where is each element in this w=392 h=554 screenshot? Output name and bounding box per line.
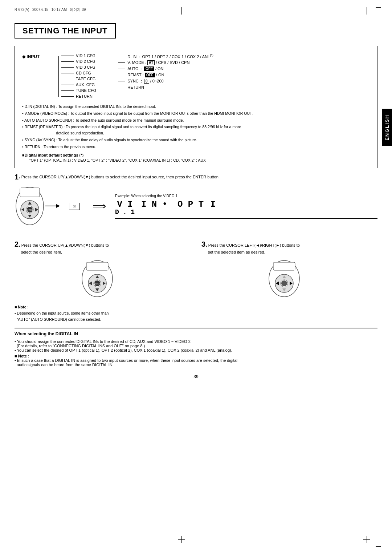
model-number: R-672(A) — [15, 8, 29, 12]
left-item-vid2: VID 2 CFG — [58, 59, 96, 64]
header-date: 2007.6.15 — [32, 8, 49, 12]
step1-arrow: ⟹ — [93, 201, 106, 212]
page-number-text: 39 — [193, 374, 198, 379]
diagram-notes: • D.IN (DIGITAL IN) : To assign the conn… — [22, 104, 370, 150]
vmode-at-highlight: AT — [147, 60, 155, 65]
step2-remote-container: ENTER — [15, 259, 191, 299]
svg-marker-11 — [56, 204, 60, 208]
sync-0-highlight: 0 — [144, 79, 149, 84]
note-sync: • SYNC (AV SYNC) : To adjust the time de… — [22, 137, 370, 143]
step3-number: 3 — [201, 240, 205, 248]
corner-mark-br — [376, 541, 381, 547]
note-bottom-item-1: • Depending on the input source, some it… — [15, 310, 377, 316]
h-line — [118, 87, 125, 87]
crosshair-bottom — [178, 536, 185, 543]
crosshair-bottom-right — [363, 536, 370, 543]
default-settings-text: "OPT 1" (OPTICAL IN 1) : VIDEO 1, "OPT 2… — [22, 158, 370, 162]
right-item-sync: SYNC : 0 / 0~200 — [118, 79, 213, 84]
step1-lcd-display: Example: When selecting the VIDEO 1 V I … — [115, 194, 377, 219]
left-item-vid1: VID 1 CFG — [58, 53, 96, 58]
step1-display-label: Example: When selecting the VIDEO 1 — [115, 194, 377, 198]
left-item-return: RETURN — [58, 94, 96, 98]
svg-point-30 — [281, 280, 287, 286]
digital-in-item-1: • You should assign the connected DIGITA… — [15, 339, 377, 344]
input-diagram-box: ◆ INPUT VID 1 CFG VID 2 CFG VID 3 CFG CD… — [15, 46, 377, 168]
lcd-char-group-2: I N • — [141, 200, 167, 215]
remst-off-highlight: OFF — [145, 73, 155, 77]
lcd-characters: V I D . 1 I N • O P T I — [115, 200, 377, 215]
step2-number: 2 — [15, 240, 19, 248]
diagram-wrapper: ◆ INPUT VID 1 CFG VID 2 CFG VID 3 CFG CD… — [22, 53, 370, 100]
digital-in-section: When selecting the DIGITAL IN • You shou… — [15, 328, 377, 367]
left-item-tape: TAPE CFG — [58, 77, 96, 81]
step3-remote-container — [201, 259, 377, 299]
note-auto: • AUTO (AUTO SURROUND) : To select the a… — [22, 117, 370, 124]
h-line — [61, 61, 74, 62]
auto-off-highlight: OFF — [144, 66, 154, 71]
note-return: • RETURN : To return to the previous men… — [22, 144, 370, 150]
digital-in-item-2: (For details, refer to "CONNECTING DIGIT… — [15, 344, 377, 348]
svg-rect-1 — [20, 188, 40, 197]
note-vmode: • V.MODE (VIDEO MODE) : To output the vi… — [22, 110, 370, 117]
h-line — [118, 75, 125, 75]
step2-text-line1: Press the CURSOR UP(▲)/DOWN(▼) buttons t… — [21, 243, 109, 247]
digital-in-title: When selecting the DIGITAL IN — [15, 331, 377, 336]
corner-mark-tr — [376, 7, 381, 13]
lcd-char-group-3: O P T — [177, 200, 204, 215]
header-info: R-672(A) 2007.6.15 10:17 AM 페이지 39 — [15, 7, 86, 12]
step3-text-line1: Press the CURSOR LEFT(◄)/RIGHT(►) button… — [208, 243, 300, 247]
crosshair-top-right — [363, 7, 370, 15]
side-tab-english: ENGLISH — [382, 109, 392, 146]
header-page-label: 페이지 39 — [70, 8, 86, 12]
step3-container: 3. Press the CURSOR LEFT(◄)/RIGHT(►) but… — [201, 240, 377, 299]
step1-number: 1 — [15, 173, 19, 181]
note-remst: • REMST (REMASTER) : To process the inpu… — [22, 124, 370, 136]
h-line — [61, 85, 74, 85]
right-item-din: D. IN : OPT 1 / OPT 2 / COX 1 / COX 2 / … — [118, 53, 213, 59]
page-number: 39 — [15, 374, 377, 379]
lcd-char-group-1: V I D . 1 — [115, 200, 135, 215]
step1-header: 1. Press the CURSOR UP(▲)/DOWN(▼) button… — [15, 173, 377, 181]
default-settings-label: ■Digital input default settings (*) — [22, 153, 370, 157]
input-label-area: ◆ INPUT — [22, 53, 51, 100]
h-line — [118, 56, 125, 56]
step3-header: 3. Press the CURSOR LEFT(◄)/RIGHT(►) but… — [201, 240, 377, 249]
lcd-char-group-4: I — [205, 200, 216, 215]
h-line — [61, 73, 74, 73]
h-line — [61, 56, 74, 56]
section-title: SETTING THE INPUT — [15, 23, 116, 39]
corner-marks-br — [376, 541, 381, 547]
note-din: • D.IN (DIGITAL IN) : To assign the conn… — [22, 104, 370, 110]
step2-remote-svg: ENTER — [77, 259, 128, 299]
left-item-aux: AUX CFG — [58, 82, 96, 87]
step1-block: 1. Press the CURSOR UP(▲)/DOWN(▼) button… — [15, 173, 377, 229]
svg-rect-13 — [86, 262, 108, 270]
steps-2-3-container: 2. Press the CURSOR UP(▲)/DOWN(▼) button… — [15, 236, 377, 299]
crosshair-top — [178, 7, 185, 15]
default-settings: ■Digital input default settings (*) "OPT… — [22, 153, 370, 162]
right-item-return: RETURN — [118, 85, 213, 89]
svg-rect-23 — [273, 262, 295, 270]
step2-container: 2. Press the CURSOR UP(▲)/DOWN(▼) button… — [15, 240, 191, 299]
note-bottom-item-2: "AUTO" (AUTO SURROUND) cannot be selecte… — [15, 316, 377, 323]
step3-text-line2: set the selected item as desired. — [201, 249, 377, 255]
remote-control-svg: ENTER — [15, 184, 62, 228]
left-item-cd: CD CFG — [58, 71, 96, 75]
digital-in-note-label: ■ Note : — [15, 354, 377, 358]
svg-text:ENTER: ENTER — [27, 209, 33, 211]
corner-marks-tr — [376, 7, 381, 13]
right-item-auto: AUTO : OFF / ON — [118, 66, 213, 71]
input-label: ◆ INPUT — [22, 54, 40, 59]
digital-in-note-item-2: audio signals can be heard from the same… — [15, 363, 377, 367]
digital-in-item-3: • You can select the desired of OPT 1 (o… — [15, 348, 377, 352]
step2-text-line2: select the desired item. — [15, 249, 191, 255]
page-header: R-672(A) 2007.6.15 10:17 AM 페이지 39 — [15, 7, 377, 12]
remote-control-container: ENTER — [15, 184, 62, 229]
step1-display-area: ENTER ▯▯ ⟹ Example: When selecting the V… — [15, 184, 377, 229]
note-bottom-label: ■ Note : — [15, 304, 377, 310]
left-item-vid3: VID 3 CFG — [58, 65, 96, 69]
h-line — [61, 67, 74, 68]
note-bottom-section: ■ Note : • Depending on the input source… — [15, 304, 377, 322]
step1-text: Press the CURSOR UP(▲)/DOWN(▼) buttons t… — [21, 175, 220, 179]
h-line — [61, 96, 74, 97]
